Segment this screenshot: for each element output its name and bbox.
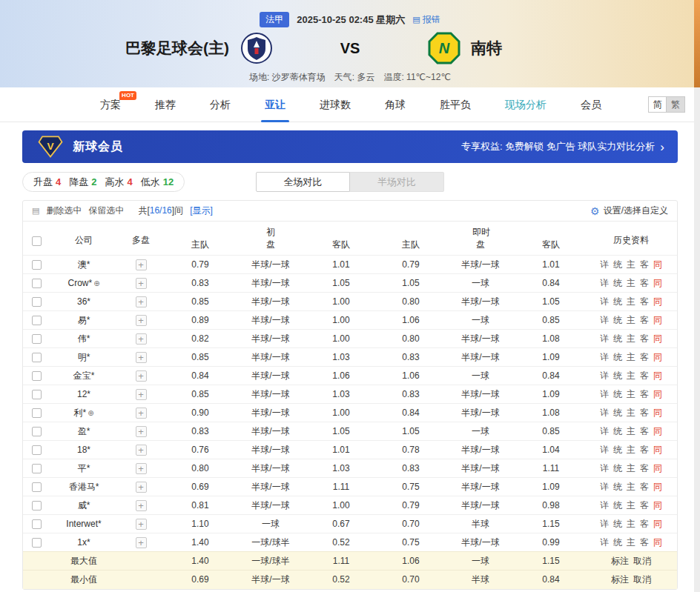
history-link-away[interactable]: 客 xyxy=(640,315,649,325)
company-name[interactable]: 利* xyxy=(73,408,86,418)
history-link-away[interactable]: 客 xyxy=(640,445,649,455)
select-all-checkbox[interactable] xyxy=(32,236,42,246)
history-link-away[interactable]: 客 xyxy=(640,408,649,418)
keep-selected-button[interactable]: 保留选中 xyxy=(88,204,124,217)
scrollbar-track[interactable] xyxy=(694,0,700,592)
company-name[interactable]: 金宝* xyxy=(73,370,95,381)
history-link-away[interactable]: 客 xyxy=(640,370,649,381)
history-link-same[interactable]: 同 xyxy=(653,333,662,344)
expand-odds-button[interactable]: + xyxy=(136,408,147,419)
company-name[interactable]: 18* xyxy=(77,445,90,455)
history-link-away[interactable]: 客 xyxy=(640,482,649,492)
expand-odds-button[interactable]: + xyxy=(136,259,147,270)
history-link-home[interactable]: 主 xyxy=(627,500,635,510)
row-checkbox[interactable] xyxy=(32,260,42,270)
history-link-detail[interactable]: 详 xyxy=(600,408,609,418)
expand-odds-button[interactable]: + xyxy=(136,445,147,456)
company-name[interactable]: 12* xyxy=(77,389,90,399)
expand-odds-button[interactable]: + xyxy=(136,333,147,345)
history-link-home[interactable]: 主 xyxy=(627,482,635,492)
settings-button[interactable]: ⚙ 设置/选择自定义 xyxy=(590,204,668,217)
member-benefits-link[interactable]: 专享权益: 免费解锁 免广告 球队实力对比分析 › xyxy=(461,140,664,153)
history-link-home[interactable]: 主 xyxy=(627,408,635,418)
history-link-same[interactable]: 同 xyxy=(653,482,662,492)
row-checkbox[interactable] xyxy=(32,538,42,548)
history-link-away[interactable]: 客 xyxy=(640,426,649,436)
history-link-same[interactable]: 同 xyxy=(653,500,662,510)
nav-tab-win-draw-lose[interactable]: 胜平负 xyxy=(423,87,488,122)
company-name[interactable]: 威* xyxy=(78,500,90,510)
company-name[interactable]: 伟* xyxy=(78,333,90,344)
history-link-stats[interactable]: 统 xyxy=(613,333,622,344)
expand-odds-button[interactable]: + xyxy=(136,296,147,307)
history-link-away[interactable]: 客 xyxy=(640,389,649,399)
history-link-detail[interactable]: 详 xyxy=(600,500,609,510)
summary-action-mark[interactable]: 标注 xyxy=(611,556,629,566)
history-link-home[interactable]: 主 xyxy=(627,445,635,455)
expand-odds-button[interactable]: + xyxy=(136,315,147,326)
row-checkbox[interactable] xyxy=(32,334,42,344)
history-link-detail[interactable]: 详 xyxy=(600,333,609,344)
row-checkbox[interactable] xyxy=(32,390,42,399)
history-link-home[interactable]: 主 xyxy=(627,333,635,344)
show-link[interactable]: [显示] xyxy=(190,204,213,217)
expand-odds-button[interactable]: + xyxy=(136,278,147,289)
history-link-detail[interactable]: 详 xyxy=(600,278,609,288)
nav-tab-member[interactable]: 会员 xyxy=(564,87,618,122)
history-link-same[interactable]: 同 xyxy=(653,315,662,325)
history-link-same[interactable]: 同 xyxy=(653,445,662,455)
nav-tab-recommend[interactable]: 推荐 xyxy=(138,87,193,122)
nav-tab-asian-handicap[interactable]: 亚让 xyxy=(248,87,303,122)
company-name[interactable]: 香港马* xyxy=(69,482,99,492)
history-link-same[interactable]: 同 xyxy=(653,426,662,436)
history-link-stats[interactable]: 统 xyxy=(613,315,622,325)
company-name[interactable]: 澳* xyxy=(78,259,90,270)
company-name[interactable]: 明* xyxy=(78,352,90,362)
history-link-stats[interactable]: 统 xyxy=(613,426,622,436)
history-link-stats[interactable]: 统 xyxy=(613,352,622,362)
history-link-away[interactable]: 客 xyxy=(640,296,649,307)
report-error-link[interactable]: ▤ 报错 xyxy=(412,13,440,26)
history-link-away[interactable]: 客 xyxy=(640,278,649,288)
history-link-detail[interactable]: 详 xyxy=(600,463,609,473)
company-name[interactable]: 1x* xyxy=(77,537,90,548)
history-link-detail[interactable]: 详 xyxy=(600,296,609,307)
history-link-stats[interactable]: 统 xyxy=(613,259,622,270)
history-link-home[interactable]: 主 xyxy=(627,537,635,548)
company-name[interactable]: 平* xyxy=(78,463,90,473)
history-link-home[interactable]: 主 xyxy=(627,463,635,473)
expand-odds-button[interactable]: + xyxy=(136,389,147,400)
full-match-toggle[interactable]: 全场对比 xyxy=(256,172,350,192)
history-link-away[interactable]: 客 xyxy=(640,500,649,510)
history-link-detail[interactable]: 详 xyxy=(600,482,609,492)
expand-odds-button[interactable]: + xyxy=(136,519,147,530)
history-link-detail[interactable]: 详 xyxy=(600,389,609,399)
company-name[interactable]: Interwet* xyxy=(66,519,101,529)
history-link-stats[interactable]: 统 xyxy=(613,445,622,455)
nav-tab-plans[interactable]: 方案HOT xyxy=(83,87,138,122)
history-link-stats[interactable]: 统 xyxy=(613,408,622,418)
history-link-stats[interactable]: 统 xyxy=(613,296,622,307)
history-link-away[interactable]: 客 xyxy=(640,537,649,548)
expand-odds-button[interactable]: + xyxy=(136,370,147,382)
scrollbar-thumb[interactable] xyxy=(694,0,700,87)
history-link-same[interactable]: 同 xyxy=(653,259,662,270)
history-link-same[interactable]: 同 xyxy=(653,519,662,529)
delete-selected-button[interactable]: 删除选中 xyxy=(46,204,82,217)
history-link-detail[interactable]: 详 xyxy=(600,259,609,270)
history-link-same[interactable]: 同 xyxy=(653,389,662,399)
row-checkbox[interactable] xyxy=(32,464,42,473)
expand-odds-button[interactable]: + xyxy=(136,537,147,548)
expand-odds-button[interactable]: + xyxy=(136,500,147,511)
history-link-stats[interactable]: 统 xyxy=(613,463,622,473)
history-link-same[interactable]: 同 xyxy=(653,278,662,288)
history-link-home[interactable]: 主 xyxy=(627,389,635,399)
summary-action-cancel[interactable]: 取消 xyxy=(633,574,651,585)
summary-action-mark[interactable]: 标注 xyxy=(611,574,629,585)
history-link-home[interactable]: 主 xyxy=(627,519,635,529)
history-link-detail[interactable]: 详 xyxy=(600,537,609,548)
history-link-detail[interactable]: 详 xyxy=(600,519,609,529)
history-link-same[interactable]: 同 xyxy=(653,370,662,381)
history-link-same[interactable]: 同 xyxy=(653,296,662,307)
history-link-home[interactable]: 主 xyxy=(627,315,635,325)
